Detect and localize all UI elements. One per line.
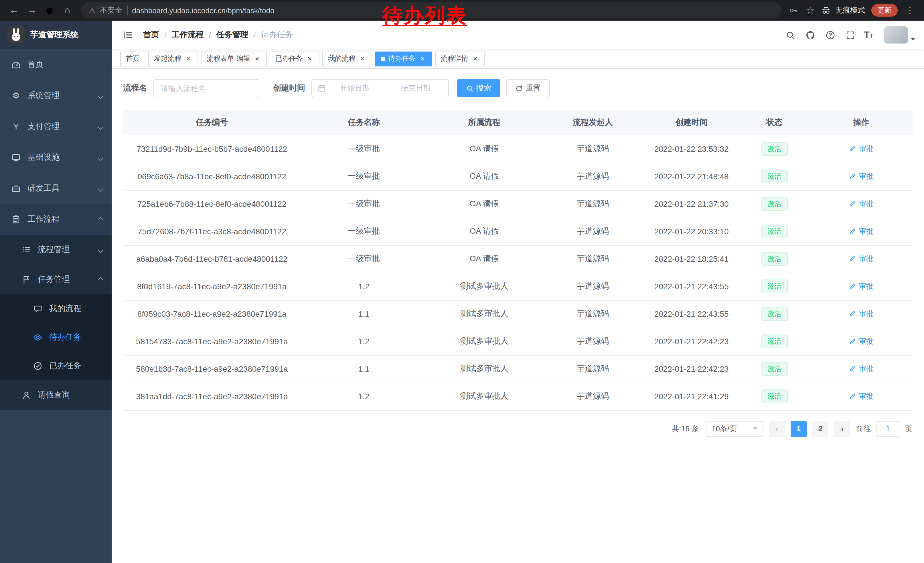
browser-chrome: ← → ⌂ ⚠ 不安全 dashboard.yudao.iocoder.cn/b… (0, 0, 924, 21)
status-badge: 激活 (761, 335, 788, 348)
process-name-input[interactable] (153, 79, 260, 98)
table-row: 58154733-7ac8-11ec-a9e2-a2380e71991a 1.2… (123, 327, 912, 355)
cell-task-id: 8f0d1619-7ac8-11ec-a9e2-a2380e71991a (123, 273, 301, 300)
help-icon[interactable] (824, 29, 836, 41)
approve-button[interactable]: 审批 (849, 336, 874, 347)
sidebar-item-devtools[interactable]: 研发工具 (0, 173, 112, 204)
update-button[interactable]: 更新 (872, 4, 898, 17)
cell-created-time: 2022-01-22 21:37:30 (644, 190, 739, 218)
sidebar-item-payment[interactable]: ¥ 支付管理 (0, 111, 112, 142)
sidebar-item-task-mgmt[interactable]: 任务管理 (0, 264, 112, 294)
approve-button[interactable]: 审批 (849, 364, 874, 374)
cell-task-id: 725a1eb6-7b88-11ec-8ef0-acde48001122 (123, 190, 301, 218)
approve-button[interactable]: 审批 (849, 309, 874, 319)
cell-status: 激活 (739, 190, 810, 218)
clipboard-icon (12, 215, 21, 224)
approve-button[interactable]: 审批 (849, 254, 874, 264)
cell-task-name: 一级审批 (301, 190, 427, 218)
close-icon[interactable]: × (418, 55, 426, 63)
user-avatar-menu[interactable] (884, 26, 915, 44)
cell-actions: 审批 (810, 190, 912, 218)
sidebar-collapse-button[interactable] (120, 27, 135, 42)
hamburger-icon (123, 30, 133, 40)
sidebar: 芋道管理系统 首页 ⚙ 系统管理 ¥ 支付管理 基础设施 (0, 21, 112, 563)
cell-task-id: 58154733-7ac8-11ec-a9e2-a2380e71991a (123, 327, 301, 355)
search-icon[interactable] (784, 29, 796, 41)
cell-actions: 审批 (810, 383, 912, 410)
tab-todo-tasks[interactable]: 待办任务 × (375, 51, 432, 66)
tab-process-detail[interactable]: 流程详情 × (435, 51, 485, 66)
bookmark-star-icon[interactable]: ☆ (806, 4, 815, 17)
sidebar-item-infrastructure[interactable]: 基础设施 (0, 142, 112, 173)
close-icon[interactable]: × (471, 55, 479, 63)
tab-start-process[interactable]: 发起流程 × (148, 51, 198, 66)
approve-button[interactable]: 审批 (849, 226, 874, 237)
date-range-picker[interactable]: 开始日期 - 结束日期 (311, 79, 449, 98)
key-icon[interactable] (787, 4, 800, 17)
goto-page-input[interactable] (876, 421, 899, 437)
annotation-text: 待办列表 (382, 5, 467, 25)
edit-icon (849, 200, 856, 208)
approve-button[interactable]: 审批 (849, 171, 874, 182)
breadcrumb-separator: / (209, 30, 211, 39)
close-icon[interactable]: × (184, 55, 192, 63)
check-circle-icon (33, 362, 42, 371)
page-size-select[interactable]: 10条/页 (706, 421, 763, 437)
prev-page-button[interactable]: ‹ (769, 421, 785, 437)
tab-form-edit[interactable]: 流程表单-编辑 × (201, 51, 267, 66)
sidebar-item-done-tasks[interactable]: 已办任务 (0, 352, 112, 380)
approve-button-label: 审批 (859, 281, 874, 291)
table-row: 8f059c03-7ac8-11ec-a9e2-a2380e71991a 1.1… (123, 300, 912, 327)
fullscreen-icon[interactable] (844, 29, 856, 41)
approve-button[interactable]: 审批 (849, 391, 874, 401)
reset-button[interactable]: 重置 (506, 79, 550, 98)
cell-status: 激活 (739, 300, 810, 327)
approve-button-label: 审批 (859, 226, 874, 237)
warning-icon[interactable]: ⚠ (89, 6, 95, 15)
edit-icon (849, 145, 856, 152)
sidebar-item-todo-tasks[interactable]: 待办任务 (0, 323, 112, 352)
forward-button[interactable]: → (24, 2, 40, 19)
status-badge: 激活 (761, 142, 788, 156)
tab-home[interactable]: 首页 (120, 51, 146, 66)
chevron-down-icon (98, 247, 104, 252)
approve-button[interactable]: 审批 (849, 281, 874, 291)
cell-status: 激活 (739, 327, 810, 355)
sidebar-item-label: 基础设施 (27, 152, 60, 163)
cell-task-name: 一级审批 (301, 245, 427, 273)
reload-button[interactable] (41, 2, 58, 19)
close-icon[interactable]: × (358, 55, 366, 63)
sidebar-item-process-mgmt[interactable]: 流程管理 (0, 235, 112, 264)
cell-task-id: 8f059c03-7ac8-11ec-a9e2-a2380e71991a (123, 300, 301, 327)
breadcrumb: 首页 / 工作流程 / 任务管理 / 待办任务 (143, 30, 293, 40)
approve-button[interactable]: 审批 (849, 144, 874, 154)
breadcrumb-task-mgmt[interactable]: 任务管理 (216, 30, 249, 40)
back-button[interactable]: ← (6, 2, 22, 19)
column-header-process: 所属流程 (427, 110, 542, 135)
sidebar-item-system[interactable]: ⚙ 系统管理 (0, 80, 112, 111)
breadcrumb-home[interactable]: 首页 (143, 30, 159, 40)
search-button[interactable]: 搜索 (457, 79, 500, 98)
page-button-2[interactable]: 2 (812, 421, 828, 437)
close-icon[interactable]: × (306, 55, 314, 63)
font-size-icon[interactable]: TT (864, 30, 873, 40)
tab-done-tasks[interactable]: 已办任务 × (270, 51, 320, 66)
sidebar-item-my-process[interactable]: 我的流程 (0, 294, 112, 323)
cell-actions: 审批 (810, 327, 912, 355)
github-icon[interactable] (804, 29, 816, 41)
sidebar-item-workflow[interactable]: 工作流程 (0, 204, 112, 235)
browser-menu-icon[interactable]: ⋮ (904, 5, 916, 15)
breadcrumb-workflow[interactable]: 工作流程 (172, 30, 204, 40)
cell-status: 激活 (739, 355, 810, 383)
tab-my-process[interactable]: 我的流程 × (322, 51, 372, 66)
page-button-1[interactable]: 1 (790, 421, 807, 437)
cell-created-time: 2022-01-21 22:42:23 (644, 355, 739, 383)
approve-button[interactable]: 审批 (849, 199, 874, 209)
sidebar-item-leave-query[interactable]: 请假查询 (0, 380, 112, 410)
close-icon[interactable]: × (253, 55, 261, 63)
home-button[interactable]: ⌂ (59, 2, 76, 19)
sidebar-item-dashboard[interactable]: 首页 (0, 49, 112, 80)
cell-process: 测试多审批人 (427, 273, 542, 300)
cell-created-time: 2022-01-22 23:53:32 (644, 135, 739, 163)
next-page-button[interactable]: › (834, 421, 850, 437)
